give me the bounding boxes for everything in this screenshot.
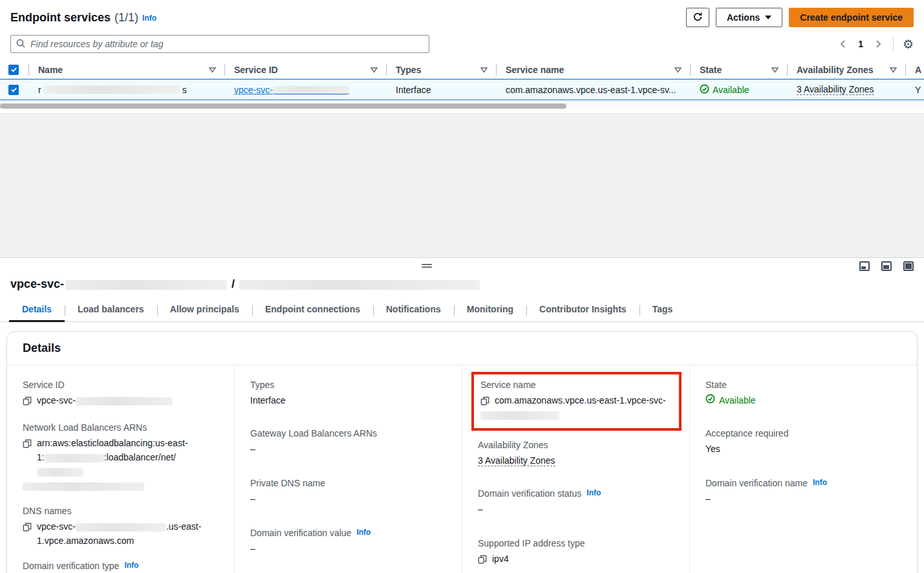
panel-size-controls — [859, 261, 914, 271]
panel-size-small-icon[interactable] — [859, 261, 870, 271]
filter-icon[interactable] — [209, 65, 216, 75]
tab-notifications[interactable]: Notifications — [373, 301, 454, 321]
tab-tags[interactable]: Tags — [639, 301, 686, 321]
copy-icon[interactable] — [23, 438, 32, 452]
redacted-account-id — [45, 454, 104, 462]
field-state: State Available — [705, 380, 901, 407]
row-types-cell: Interface — [387, 80, 497, 100]
chevron-left-icon[interactable] — [837, 38, 849, 50]
redacted-arn-tail — [23, 482, 144, 491]
gear-icon[interactable]: ⚙ — [903, 38, 914, 50]
row-availability-zones-cell: 3 Availability Zones — [788, 80, 906, 100]
page-header: Endpoint services (1/1) Info Actions Cre… — [0, 0, 924, 27]
actions-button-label: Actions — [727, 12, 760, 23]
details-column-1: Service ID vpce-svc- Network Load Balanc… — [7, 365, 234, 573]
actions-button[interactable]: Actions — [716, 8, 782, 27]
copy-icon[interactable] — [478, 554, 487, 568]
redacted-name — [44, 85, 180, 94]
tab-endpoint-connections[interactable]: Endpoint connections — [252, 301, 373, 321]
supported-ip-value: ipv4 — [492, 552, 509, 566]
annotation-highlight-box: Service name com.amazonaws.vpce.us-east-… — [471, 372, 682, 431]
redacted-panel-service-name — [239, 280, 480, 290]
page-number[interactable]: 1 — [855, 39, 866, 49]
domain-verification-status-value: – — [478, 502, 674, 516]
service-id-link[interactable]: vpce-svc- — [234, 85, 349, 95]
gateway-lb-arns-value: – — [250, 442, 446, 456]
copy-icon[interactable] — [23, 395, 32, 409]
filter-icon[interactable] — [771, 65, 779, 75]
tab-details[interactable]: Details — [9, 301, 65, 321]
column-header-types[interactable]: Types — [387, 61, 497, 78]
field-acceptance-required: Acceptance required Yes — [705, 428, 901, 456]
panel-size-full-icon[interactable] — [903, 261, 914, 271]
row-service-name-value: com.amazonaws.vpce.us-east-1.vpce-sv... — [506, 85, 676, 95]
filter-icon[interactable] — [480, 65, 488, 75]
column-header-availability-zones[interactable]: Availability Zones — [788, 61, 906, 78]
dns-names-label: DNS names — [23, 506, 219, 516]
filter-icon[interactable] — [890, 65, 897, 75]
table-row[interactable]: r s vpce-svc- Interface com.amazonaws.vp… — [0, 79, 924, 100]
panel-size-half-icon[interactable] — [881, 261, 892, 271]
row-partial-cell: Y — [906, 80, 924, 100]
column-label-availability-zones: Availability Zones — [797, 65, 874, 75]
info-link[interactable]: Info — [142, 14, 156, 23]
field-supported-ip: Supported IP address type ipv4 — [478, 538, 674, 568]
tab-endpoint-connections-label: Endpoint connections — [265, 304, 360, 314]
domain-verification-type-label: Domain verification type — [23, 561, 119, 571]
copy-icon[interactable] — [480, 395, 489, 409]
search-input[interactable] — [10, 35, 429, 53]
details-column-3: Service name com.amazonaws.vpce.us-east-… — [462, 365, 689, 573]
column-header-state[interactable]: State — [691, 61, 788, 78]
filter-icon[interactable] — [674, 65, 682, 75]
service-id-label: Service ID — [23, 380, 219, 390]
field-dns-names: DNS names vpce-svc-.us-east- 1.vpce.amaz… — [23, 506, 219, 548]
horizontal-scrollbar-thumb[interactable] — [0, 103, 566, 109]
column-header-service-name[interactable]: Service name — [497, 61, 691, 78]
tab-notifications-label: Notifications — [386, 304, 441, 314]
column-label-state: State — [700, 65, 722, 75]
column-header-partial: A — [906, 61, 924, 78]
field-service-name: Service name com.amazonaws.vpce.us-east-… — [480, 380, 672, 422]
resource-count: (1/1) — [114, 11, 138, 25]
create-endpoint-service-button[interactable]: Create endpoint service — [789, 8, 914, 27]
table-header-row: Name Service ID Types Service name State — [0, 61, 924, 79]
info-link[interactable]: Info — [356, 528, 371, 537]
info-link[interactable]: Info — [124, 561, 138, 570]
info-link[interactable]: Info — [813, 478, 827, 487]
row-checkbox[interactable] — [8, 85, 19, 95]
endpoint-services-list-section: Endpoint services (1/1) Info Actions Cre… — [0, 0, 924, 114]
pagination-divider — [893, 37, 894, 51]
column-header-name[interactable]: Name — [29, 61, 225, 78]
info-link[interactable]: Info — [586, 488, 601, 497]
refresh-button[interactable] — [686, 8, 709, 27]
tab-allow-principals[interactable]: Allow principals — [157, 301, 252, 321]
tab-contributor-insights[interactable]: Contributor Insights — [526, 301, 639, 321]
column-label-service-id: Service ID — [234, 65, 278, 75]
acceptance-required-value: Yes — [705, 442, 901, 456]
dns-value-b: .us-east- — [166, 521, 201, 532]
tab-load-balancers[interactable]: Load balancers — [65, 301, 157, 321]
types-label: Types — [250, 380, 446, 390]
details-card-heading: Details — [7, 332, 917, 365]
details-column-4: State Available Acceptance required Yes — [689, 365, 917, 573]
private-dns-name-value: – — [250, 492, 446, 506]
field-nlb-arns: Network Load Balancers ARNs arn:aws:elas… — [23, 422, 219, 493]
row-state-cell: Available — [691, 80, 788, 100]
page-title: Endpoint services — [10, 11, 111, 25]
panel-title-separator: / — [231, 277, 235, 290]
tab-monitoring[interactable]: Monitoring — [454, 301, 526, 321]
pagination: 1 ⚙ — [837, 37, 914, 51]
panel-title-prefix: vpce-svc- — [10, 277, 64, 290]
tab-monitoring-label: Monitoring — [467, 304, 513, 314]
copy-icon[interactable] — [23, 521, 32, 535]
supported-ip-label: Supported IP address type — [478, 538, 674, 548]
drag-handle-icon[interactable] — [422, 264, 432, 269]
select-all-checkbox[interactable] — [8, 65, 19, 75]
chevron-right-icon[interactable] — [872, 38, 884, 50]
state-value: Available — [719, 393, 756, 407]
column-header-service-id[interactable]: Service ID — [225, 61, 387, 78]
service-id-value-prefix: vpce-svc- — [37, 395, 76, 405]
availability-zones-popover-trigger[interactable]: 3 Availability Zones — [797, 84, 874, 95]
filter-icon[interactable] — [371, 65, 378, 75]
availability-zones-popover-trigger[interactable]: 3 Availability Zones — [478, 455, 555, 466]
